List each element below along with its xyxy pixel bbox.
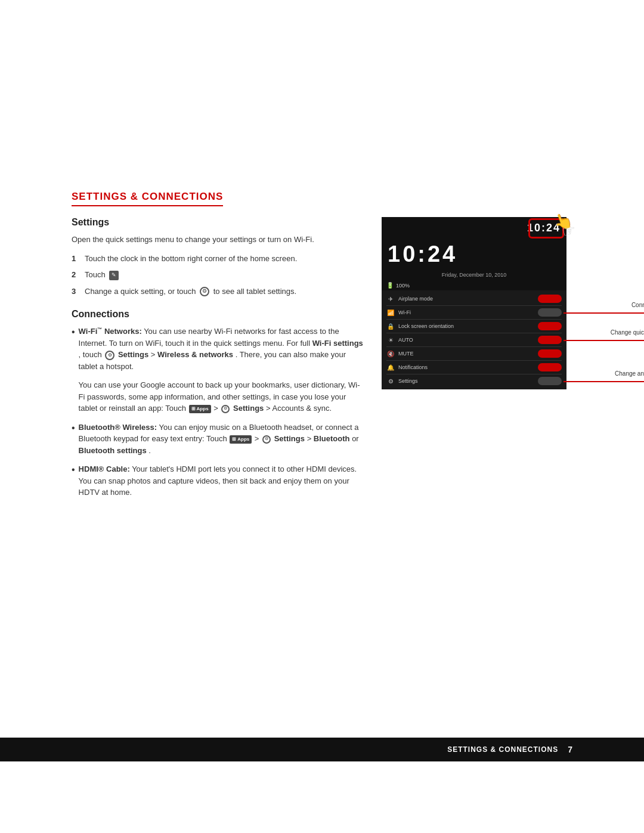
settings-row-icon: ⚙ [386, 377, 395, 385]
text-column: Settings Open the quick settings menu to… [72, 217, 364, 506]
auto-toggle [538, 336, 562, 344]
settings-ann-label: Change any settings. [615, 370, 644, 377]
main-content: Settings Open the quick settings menu to… [72, 217, 572, 506]
settings-steps: 1 Touch the clock in the bottom right co… [72, 253, 364, 298]
quick-ann-label: Change quick settings. [611, 329, 644, 336]
mute-toggle [538, 349, 562, 358]
bluetooth-term: Bluetooth® Wireless: [79, 423, 157, 432]
brightness-icon: ☀ [386, 336, 395, 344]
settings-icon-2: ⚙ [221, 405, 230, 413]
wifi-label: Wi-Fi [398, 309, 534, 315]
connections-subsection: Connections • Wi-Fi™ Networks: You can u… [72, 309, 364, 498]
panel-row-settings: ⚙ Settings Change any settings. [382, 375, 566, 387]
step-3-text: Change a quick setting, or touch ⚙ to se… [85, 286, 296, 298]
settings-icon-3: ⚙ [262, 435, 271, 444]
date-display: Friday, December 10, 2010 [382, 271, 566, 280]
panel-row-airplane: ✈ Airplane mode [382, 293, 566, 305]
section-title: SETTINGS & CONNECTIONS [72, 191, 223, 206]
edit-icon: ✎ [109, 271, 119, 280]
apps-badge: ⊞ Apps [189, 405, 211, 413]
cursor-hand-mid: ☞ [560, 221, 577, 241]
step-3-num: 3 [72, 286, 80, 298]
settings-subsection: Settings Open the quick settings menu to… [72, 217, 364, 297]
step-1-num: 1 [72, 253, 80, 265]
battery-icon: 🔋 [386, 282, 394, 289]
notifications-label: Notifications [398, 364, 534, 370]
settings-icon-inline: ⚙ [105, 351, 114, 360]
wifi-item: • Wi-Fi™ Networks: You can use nearby Wi… [72, 326, 364, 372]
device-image-column: 10:24 👆 10:24 Friday, December 10, 2010 [382, 217, 572, 389]
clock-large-area: 10:24 [382, 239, 566, 271]
notifications-icon: 🔔 [386, 363, 395, 371]
hdmi-text: HDMI® Cable: Your tablet's HDMI port let… [79, 463, 364, 498]
connections-list: • Wi-Fi™ Networks: You can use nearby Wi… [72, 326, 364, 498]
apps-badge-2: ⊞ Apps [230, 435, 252, 444]
bullet-3: • [72, 464, 75, 498]
wifi-text: Wi-Fi™ Networks: You can use nearby Wi-F… [79, 326, 364, 372]
content-area: SETTINGS & CONNECTIONS Settings Open the… [0, 0, 644, 553]
panel-row-mute: 🔇 MUTE [382, 348, 566, 360]
auto-label: AUTO [398, 337, 534, 343]
settings-intro: Open the quick settings menu to change y… [72, 234, 364, 246]
notifications-toggle [538, 363, 562, 371]
step-2-num: 2 [72, 269, 80, 281]
wifi-term: Wi-Fi™ Networks: [79, 327, 142, 336]
bullet-1: • [72, 326, 75, 372]
settings-row-label: Settings [398, 378, 534, 384]
footer-page: 7 [568, 745, 572, 754]
quick-panel: ✈ Airplane mode 📶 Wi-Fi [382, 290, 566, 389]
device-screenshot: 10:24 👆 10:24 Friday, December 10, 2010 [382, 217, 566, 389]
wifi-icon: 📶 [386, 308, 395, 317]
footer-bar: SETTINGS & CONNECTIONS 7 [0, 738, 644, 761]
mute-label: MUTE [398, 351, 534, 357]
wifi-ann-line [564, 312, 644, 314]
panel-row-lock: 🔒 Lock screen orientation [382, 320, 566, 332]
hdmi-term: HDMI® Cable: [79, 465, 130, 473]
airplane-toggle [538, 295, 562, 303]
panel-row-auto: ☀ AUTO Change quick settings. [382, 334, 566, 346]
settings-toggle [538, 377, 562, 385]
connections-heading: Connections [72, 309, 364, 320]
lock-label: Lock screen orientation [398, 323, 534, 329]
clock-large-display: 10:24 [388, 241, 561, 267]
wifi-ann-label: Connect Wi-Fi. [631, 302, 644, 308]
lock-toggle [538, 322, 562, 330]
quick-ann-line [564, 340, 644, 341]
page: SETTINGS & CONNECTIONS Settings Open the… [0, 0, 644, 833]
step-1: 1 Touch the clock in the bottom right co… [72, 253, 364, 265]
clock-bar-small: 10:24 👆 [382, 217, 566, 239]
lock-icon: 🔒 [386, 322, 395, 330]
wifi-toggle [538, 308, 562, 317]
airplane-label: Airplane mode [398, 296, 534, 302]
battery-row: 🔋 100% ☞ [382, 280, 566, 290]
mute-icon: 🔇 [386, 349, 395, 358]
footer-label: SETTINGS & CONNECTIONS [447, 745, 558, 754]
device-wrapper: 10:24 👆 10:24 Friday, December 10, 2010 [382, 217, 566, 389]
panel-row-notifications: 🔔 Notifications [382, 361, 566, 373]
bullet-2: • [72, 422, 75, 457]
step-1-text: Touch the clock in the bottom right corn… [85, 253, 297, 265]
hdmi-item: • HDMI® Cable: Your tablet's HDMI port l… [72, 463, 364, 498]
battery-level: 100% [396, 283, 410, 289]
bluetooth-text: Bluetooth® Wireless: You can enjoy music… [79, 422, 364, 457]
bluetooth-item: • Bluetooth® Wireless: You can enjoy mus… [72, 422, 364, 457]
settings-heading: Settings [72, 217, 364, 228]
panel-row-wifi: 📶 Wi-Fi Connect Wi-Fi. [382, 306, 566, 318]
step-2: 2 Touch ✎ [72, 269, 364, 281]
step-3: 3 Change a quick setting, or touch ⚙ to … [72, 286, 364, 298]
settings-ann-line [564, 381, 644, 382]
step-2-text: Touch ✎ [85, 269, 120, 281]
google-account-item: • You can use your Google account to bac… [72, 379, 364, 414]
google-text: You can use your Google account to back … [79, 379, 364, 414]
airplane-icon: ✈ [386, 295, 395, 303]
settings-circle-icon: ⚙ [200, 287, 209, 296]
